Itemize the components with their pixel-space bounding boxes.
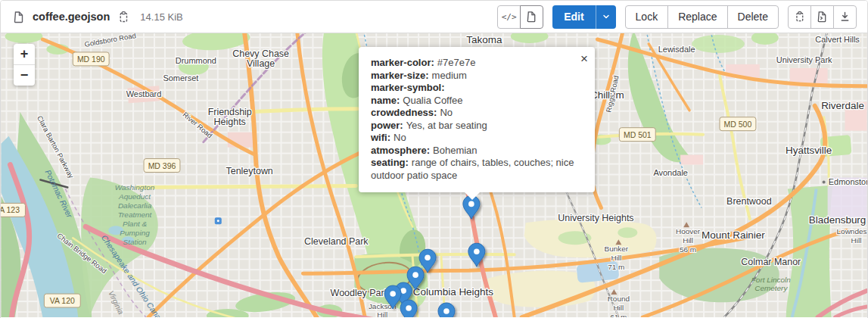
open-raw-button[interactable] <box>810 5 834 29</box>
display-rendered-button[interactable] <box>520 5 543 29</box>
map-canvas[interactable]: MD 190 MD 396 MD 500 MD 501 VA 120 VA 12… <box>1 33 867 317</box>
map-zoom-control: + − <box>14 44 35 86</box>
map-label: University Park <box>776 55 832 64</box>
route-shield: VA 120 <box>50 297 75 305</box>
map-label: 71 m <box>608 263 624 271</box>
map-label: Hoover <box>676 227 701 235</box>
map-label: Takoma <box>466 34 502 45</box>
map-label: Fort Lincoln <box>751 276 792 284</box>
map-label: Edmonston <box>829 177 867 186</box>
map-label: Plant & <box>123 220 147 228</box>
map-label: Somerset <box>163 73 198 83</box>
feature-property: atmosphere:Bohemian <box>371 145 583 157</box>
file-viewer: coffee.geojson 14.15 KiB </> Edit <box>0 0 868 318</box>
feature-property: power:Yes, at bar seating <box>371 120 583 132</box>
map-label: Lewisdale <box>658 45 695 54</box>
map-label: Mount Rainier <box>702 229 765 241</box>
map-label: Woodley Park <box>331 288 390 298</box>
download-icon <box>839 11 851 23</box>
copy-filename-icon[interactable] <box>116 9 131 25</box>
map-label: Dalecarlia <box>118 201 152 210</box>
raw-file-icon <box>817 11 828 23</box>
feature-property: marker-color:#7e7e7e <box>371 57 583 70</box>
feature-property: seating:range of chairs, tables, couches… <box>371 157 583 182</box>
map-label: Lowndes <box>837 227 867 235</box>
map-label: Hill <box>851 236 862 245</box>
map-label: Cleveland Park <box>304 236 369 247</box>
zoom-out-button[interactable]: − <box>14 65 35 86</box>
utility-actions-group <box>788 5 857 29</box>
edit-split-button: Edit <box>552 5 615 29</box>
chevron-down-icon <box>602 12 611 21</box>
route-shield: MD 500 <box>724 120 752 129</box>
feature-property: crowdedness:No <box>371 107 583 120</box>
map-label: Bunker <box>605 245 629 253</box>
file-name: coffee.geojson <box>33 11 110 23</box>
download-button[interactable] <box>833 5 857 29</box>
code-icon: </> <box>502 12 517 22</box>
map-label: Cemetery <box>754 284 788 292</box>
route-shield: VA 123 <box>1 206 20 214</box>
feature-property: wifi:No <box>371 132 583 145</box>
popup-close-button[interactable]: × <box>579 51 590 67</box>
map-label: Riverdale <box>821 100 864 111</box>
route-shield: MD 501 <box>624 131 652 139</box>
feature-popup: × marker-color:#7e7e7e marker-size:mediu… <box>359 47 595 192</box>
map-label: University Heights <box>558 213 633 223</box>
delete-button[interactable]: Delete <box>727 5 779 29</box>
display-source-button[interactable]: </> <box>497 5 521 29</box>
map-label: Heights <box>214 117 246 127</box>
map-marker[interactable] <box>438 303 455 317</box>
map-label: Tenleytown <box>226 167 272 177</box>
map-label: Hill <box>611 254 621 262</box>
map-label: Station <box>123 238 147 246</box>
map-label: Washington <box>115 183 155 192</box>
popup-tail <box>465 192 480 200</box>
file-header: coffee.geojson 14.15 KiB </> Edit <box>1 1 867 33</box>
map-label: Westbard <box>126 89 162 98</box>
file-actions-group: Lock Replace Delete <box>625 5 779 29</box>
route-shield: MD 190 <box>77 55 105 64</box>
map-label: Avondale <box>653 168 688 177</box>
map-label: Calvert Hills <box>815 35 860 44</box>
file-icon <box>11 9 26 25</box>
map-label: Aqueduct <box>118 192 151 201</box>
place-dot <box>823 180 826 183</box>
map-label: Friendship <box>208 107 252 117</box>
map-label: Hyattsville <box>786 145 832 156</box>
route-shield: MD 396 <box>148 162 176 170</box>
map-label: Drummond <box>176 56 216 65</box>
edit-button[interactable]: Edit <box>552 5 595 29</box>
map-label: Hill <box>377 310 387 317</box>
view-toggle-group: </> <box>497 5 543 29</box>
map-label: Hill <box>613 304 624 312</box>
zoom-in-button[interactable]: + <box>14 44 35 64</box>
lock-button[interactable]: Lock <box>625 5 669 29</box>
map-label: Treatment <box>118 210 153 219</box>
file-size: 14.15 KiB <box>140 11 182 23</box>
copy-contents-button[interactable] <box>788 5 811 29</box>
feature-property: name:Qualia Coffee <box>371 95 583 108</box>
map-label: Pumping <box>120 229 150 237</box>
feature-property: marker-symbol: <box>371 82 583 95</box>
map-label: Hill <box>683 236 693 245</box>
feature-property: marker-size:medium <box>371 70 583 83</box>
replace-button[interactable]: Replace <box>667 5 727 29</box>
map-label: Colmar Manor <box>741 257 801 267</box>
map-label: 61 m <box>610 313 627 317</box>
map-label: 56 m <box>680 245 696 254</box>
map-marker[interactable] <box>400 300 417 317</box>
map-label: Round <box>608 295 630 303</box>
map-label: Columbia Heights <box>413 286 493 298</box>
map-label: Chevy Chase <box>232 48 289 59</box>
map-label: Bladensburg <box>809 214 866 226</box>
map-label: Brentwood <box>726 196 772 207</box>
clipboard-icon <box>794 11 805 23</box>
map-label: Village <box>247 58 275 69</box>
edit-dropdown-button[interactable] <box>596 5 616 29</box>
document-icon <box>526 11 537 23</box>
